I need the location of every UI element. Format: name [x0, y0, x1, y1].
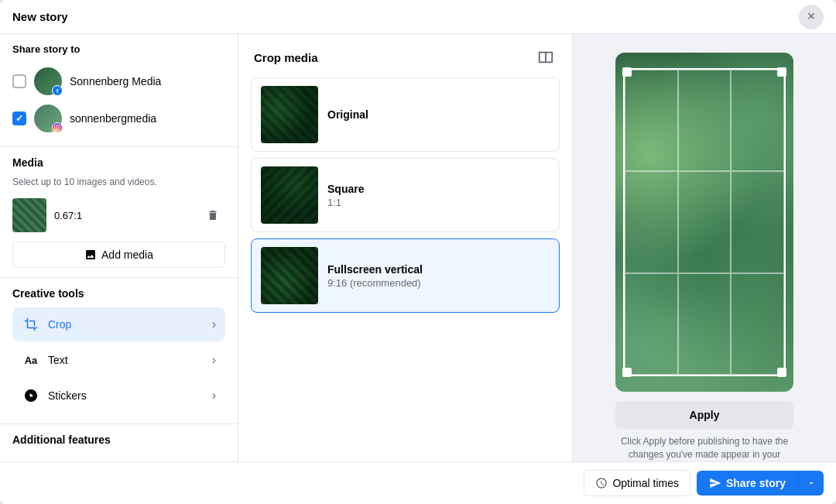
modal-body: Share story to f Sonnenberg Media — [0, 34, 836, 461]
apply-button[interactable]: Apply — [615, 401, 793, 429]
crop-icon — [22, 315, 40, 334]
media-section: Media Select up to 10 images and videos.… — [0, 147, 238, 277]
optimal-times-label: Optimal times — [612, 477, 679, 489]
left-panel: Share story to f Sonnenberg Media — [0, 34, 238, 461]
crop-option-square[interactable]: Square 1:1 — [251, 158, 560, 232]
account-item-facebook[interactable]: f Sonnenberg Media — [12, 63, 225, 100]
crop-options-list: Original Square 1:1 — [238, 77, 572, 319]
tool-item-stickers[interactable]: Stickers › — [12, 379, 225, 413]
new-story-modal: New story × Share story to f Sonnenberg … — [0, 0, 836, 504]
media-title: Media — [12, 156, 225, 169]
media-ratio: 0.67:1 — [54, 210, 193, 221]
crop-label: Crop — [48, 318, 204, 331]
crop-handle-tr[interactable] — [777, 67, 786, 77]
modal-header: New story × — [0, 0, 836, 34]
avatar-sonnenbergmedia — [34, 105, 62, 132]
add-media-button[interactable]: Add media — [12, 242, 225, 268]
close-button[interactable]: × — [799, 5, 824, 29]
add-media-label: Add media — [101, 249, 153, 261]
split-view-icon[interactable] — [535, 46, 557, 68]
account-checkbox-facebook[interactable] — [12, 74, 26, 88]
crop-option-fullscreen[interactable]: Fullscreen vertical 9:16 (recommended) — [251, 238, 560, 313]
crop-grid — [625, 70, 784, 375]
right-panel: Apply Click Apply before publishing to h… — [573, 34, 836, 461]
text-label: Text — [48, 354, 204, 366]
modal-title: New story — [12, 10, 68, 23]
account-name-instagram: sonnenbergmedia — [70, 112, 156, 125]
crop-handle-tl[interactable] — [622, 67, 632, 77]
preview-phone — [615, 53, 793, 392]
crop-option-fullscreen-ratio: 9:16 (recommended) — [327, 277, 423, 289]
crop-header: Crop media — [238, 34, 572, 77]
account-item-instagram[interactable]: sonnenbergmedia — [12, 100, 225, 137]
optimal-times-button[interactable]: Optimal times — [584, 470, 690, 496]
crop-thumb-fullscreen — [261, 247, 318, 304]
text-chevron: › — [212, 353, 216, 367]
apply-hint: Click Apply before publishing to have th… — [615, 435, 793, 461]
account-checkbox-instagram[interactable] — [12, 111, 26, 125]
tool-item-text[interactable]: Aa Text › — [12, 343, 225, 377]
stickers-label: Stickers — [48, 389, 204, 402]
share-to-section: Share story to f Sonnenberg Media — [0, 34, 238, 147]
preview-container: Apply Click Apply before publishing to h… — [615, 53, 793, 461]
avatar-sonnenberg-media: f — [34, 67, 62, 95]
crop-thumb-square — [261, 166, 318, 224]
stickers-icon — [22, 386, 40, 405]
creative-tools-section: Creative tools Crop › Aa Text › — [0, 277, 238, 423]
crop-thumb-original — [261, 86, 318, 143]
crop-option-fullscreen-label: Fullscreen vertical — [327, 263, 423, 276]
crop-option-original[interactable]: Original — [251, 77, 560, 152]
additional-features-title: Additional features — [12, 434, 225, 446]
media-item: 0.67:1 — [12, 195, 225, 235]
share-story-group: Share story — [697, 471, 824, 495]
media-subtitle: Select up to 10 images and videos. — [12, 177, 225, 187]
text-icon: Aa — [22, 351, 40, 369]
share-story-label: Share story — [726, 477, 786, 489]
crop-overlay — [623, 68, 786, 376]
share-story-dropdown-button[interactable] — [798, 471, 824, 495]
crop-handle-br[interactable] — [777, 368, 786, 377]
crop-title: Crop media — [254, 51, 318, 64]
crop-option-square-ratio: 1:1 — [327, 197, 364, 208]
middle-panel: Crop media Original — [238, 34, 573, 461]
delete-media-button[interactable] — [200, 203, 225, 228]
crop-chevron: › — [212, 317, 216, 331]
additional-features-section: Additional features — [0, 423, 238, 455]
facebook-badge: f — [52, 85, 63, 96]
crop-option-original-label: Original — [327, 108, 368, 121]
instagram-badge — [52, 122, 63, 133]
modal-footer: Optimal times Share story — [0, 461, 836, 504]
media-thumbnail — [12, 198, 46, 232]
crop-option-square-label: Square — [327, 183, 364, 195]
tool-item-crop[interactable]: Crop › — [12, 307, 225, 341]
creative-tools-title: Creative tools — [12, 287, 225, 300]
stickers-chevron: › — [212, 389, 216, 403]
share-story-button[interactable]: Share story — [697, 471, 798, 495]
crop-handle-bl[interactable] — [622, 368, 632, 377]
account-name-facebook: Sonnenberg Media — [70, 75, 161, 87]
share-to-label: Share story to — [12, 43, 225, 55]
